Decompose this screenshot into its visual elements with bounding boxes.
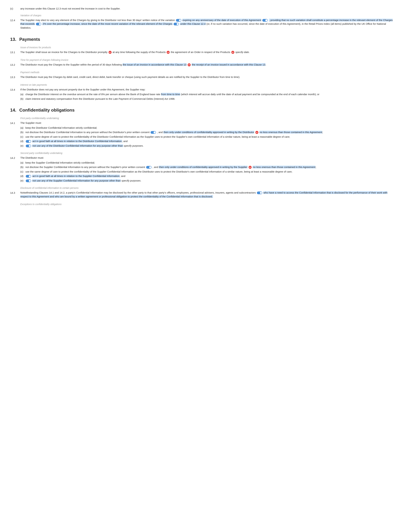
clause-13-4-num: 13.4 <box>10 88 20 101</box>
or-badge-13-1-a: or <box>108 51 112 54</box>
clause-13-4-b-text: claim interest and statutory compensatio… <box>25 97 175 101</box>
clause-14-1-a-label: (a) <box>20 126 24 130</box>
subsection-variation-charges: Variation of charges <box>10 14 393 17</box>
section-14-title: Confidentiality obligations <box>19 107 75 114</box>
subsection-payment-methods: Payment methods <box>10 71 393 74</box>
clause-13-4-list: (a) charge the Distributor interest on t… <box>20 92 393 101</box>
document-container: (c) any increase under this Clause 12.3 … <box>10 7 393 206</box>
clause-12-4-text: The Supplier may elect to vary any eleme… <box>20 18 393 30</box>
clause-13-4-intro: If the Distributor does not pay any amou… <box>20 88 393 92</box>
clause-14-2-a: (a) keep the Supplier Confidential Infor… <box>20 161 393 165</box>
clause-12-4-body: The Supplier may elect to vary any eleme… <box>20 18 393 31</box>
clause-13-4-b-label: (b) <box>20 97 24 101</box>
clause-14-1-body: The Supplier must: (a) keep the Distribu… <box>20 121 393 148</box>
clause-14-2: 14.2 The Distributor must: (a) keep the … <box>10 156 393 183</box>
specify-date-13-1: specify date <box>235 51 249 53</box>
subsection-exceptions-confidentiality: Exceptions to confidentiality obligation… <box>10 203 393 206</box>
clause-14-1-a-text: keep the Distributor Confidential Inform… <box>25 126 97 130</box>
section-14-heading: 14. Confidentiality obligations <box>10 107 393 114</box>
clause-14-1-num: 14.1 <box>10 121 20 148</box>
section-13-heading: 13. Payments <box>10 36 393 43</box>
clause-13-3: 13.3 The Distributor must pay the Charge… <box>10 75 393 80</box>
clause-14-2-c-label: (c) <box>20 170 24 174</box>
toggle-14-2-b[interactable] <box>146 166 151 169</box>
clause-14-2-intro: The Distributor must: <box>20 156 393 160</box>
clause-14-2-b-text: not disclose the Supplier Confidential I… <box>25 165 316 169</box>
clause-14-3: 14.3 Notwithstanding Clauses 14.1 and 14… <box>10 191 393 199</box>
subsection-issue-invoices: Issue of invoices for products <box>10 46 393 49</box>
subsection-time-payment: Time for payment of charges following in… <box>10 58 393 62</box>
toggle-12-4-b[interactable] <box>262 19 268 22</box>
subsection-second-party: Second party confidentiality undertaking <box>10 151 393 155</box>
clause-14-3-text: Notwithstanding Clauses 14.1 and 14.2, a… <box>20 191 393 198</box>
specify-purposes-14-1: specify purposes <box>124 144 143 147</box>
highlight-14-3: who have a need to access the Confidenti… <box>20 191 387 198</box>
highlight-13-2-a: the issue of an invoice in accordance wi… <box>123 63 187 66</box>
clause-14-2-d-label: (d) <box>20 174 24 178</box>
clause-14-2-d: (d) act in good faith at all times in re… <box>20 174 393 178</box>
clause-12c-num: (c) <box>10 7 20 11</box>
subsection-first-party: First party confidentiality undertaking <box>10 116 393 120</box>
highlight-12-4-c: 2% over the percentage increase, since t… <box>42 22 172 25</box>
toggle-12-4-a[interactable] <box>176 19 181 22</box>
clause-14-1-a: (a) keep the Distributor Confidential In… <box>20 126 393 130</box>
clause-14-1-b-label: (b) <box>20 130 24 134</box>
or-badge-13-2: or <box>188 63 191 66</box>
clause-14-3-body: Notwithstanding Clauses 14.1 and 14.2, a… <box>20 191 393 199</box>
clause-14-1: 14.1 The Supplier must: (a) keep the Dis… <box>10 121 393 148</box>
toggle-14-1-b[interactable] <box>151 131 156 134</box>
toggle-14-1-e[interactable] <box>26 145 31 147</box>
clause-14-2-e: (e) not use any of the Supplier Confiden… <box>20 179 393 183</box>
clause-13-2-body: The Distributor must pay the Charges to … <box>20 63 393 68</box>
clause-14-1-b-text: not disclose the Distributor Confidentia… <box>25 130 323 134</box>
clause-14-1-b: (b) not disclose the Distributor Confide… <box>20 130 393 134</box>
toggle-12-4-d[interactable] <box>174 23 179 25</box>
clause-13-3-body: The Distributor must pay the Charges by … <box>20 75 393 80</box>
section-13-num: 13. <box>10 36 17 43</box>
clause-14-2-c: (c) use the same degree of care to prote… <box>20 170 393 174</box>
toggle-12-4-c[interactable] <box>36 23 41 25</box>
specify-purposes-14-2: specify purposes <box>122 179 141 182</box>
clause-14-2-b-label: (b) <box>20 165 24 169</box>
clause-13-1: 13.1 The Supplier shall issue an invoice… <box>10 50 393 55</box>
clause-13-2-text: The Distributor must pay the Charges to … <box>20 63 393 67</box>
toggle-14-2-e[interactable] <box>26 179 31 182</box>
clause-13-1-body: The Supplier shall issue an invoice for … <box>20 50 393 55</box>
clause-13-3-num: 13.3 <box>10 75 20 80</box>
highlight-12-4-a: expiring on any anniversary of the date … <box>182 19 261 21</box>
subsection-disclosure-certain: Disclosure of confidential information t… <box>10 186 393 190</box>
highlight-14-1-b-b: no less onerous than those contained in … <box>259 131 322 133</box>
clause-14-1-e-text: not use any of the Distributor Confident… <box>25 144 144 148</box>
clause-14-2-a-label: (a) <box>20 161 24 165</box>
clause-13-2: 13.2 The Distributor must pay the Charge… <box>10 63 393 68</box>
clause-14-1-list: (a) keep the Distributor Confidential In… <box>20 126 393 148</box>
highlight-13-4-a: from time to time <box>161 93 180 96</box>
highlight-13-2-b: the receipt of an invoice issued in acco… <box>192 63 265 66</box>
highlight-14-1-b-a: then only under conditions of confidenti… <box>164 131 254 133</box>
clause-14-1-c: (c) use the same degree of care to prote… <box>20 135 393 139</box>
subsection-interest-late: Interest on late payments <box>10 83 393 87</box>
clause-14-2-e-text: not use any of the Supplier Confidential… <box>25 179 141 183</box>
clause-12c: (c) any increase under this Clause 12.3 … <box>10 7 393 11</box>
clause-14-1-e-label: (e) <box>20 144 24 148</box>
section-14-num: 14. <box>10 107 17 114</box>
highlight-14-1-d: act in good faith at all times in relati… <box>32 140 122 143</box>
clause-14-2-a-text: keep the Supplier Confidential Informati… <box>25 161 95 165</box>
clause-13-4: 13.4 If the Distributor does not pay any… <box>10 88 393 101</box>
or-badge-14-2-b: or <box>249 166 252 169</box>
clause-13-4-a-label: (a) <box>20 92 24 96</box>
highlight-14-1-e: not use any of the Distributor Confident… <box>32 144 123 147</box>
clause-13-4-a: (a) charge the Distributor interest on t… <box>20 92 393 96</box>
clause-14-2-b: (b) not disclose the Supplier Confidenti… <box>20 165 393 169</box>
clause-13-4-body: If the Distributor does not pay any amou… <box>20 88 393 101</box>
section-13-title: Payments <box>19 36 40 43</box>
clause-14-3-num: 14.3 <box>10 191 20 199</box>
toggle-14-1-d[interactable] <box>26 140 31 143</box>
highlight-14-2-e: not use any of the Supplier Confidential… <box>32 179 121 182</box>
toggle-14-2-d[interactable] <box>26 175 31 178</box>
toggle-14-3[interactable] <box>257 191 262 194</box>
clause-12-4: 12.4 The Supplier may elect to vary any … <box>10 18 393 31</box>
clause-14-2-body: The Distributor must: (a) keep the Suppl… <box>20 156 393 183</box>
clause-13-1-num: 13.1 <box>10 50 20 55</box>
clause-14-1-c-text: use the same degree of care to protect t… <box>25 135 290 139</box>
